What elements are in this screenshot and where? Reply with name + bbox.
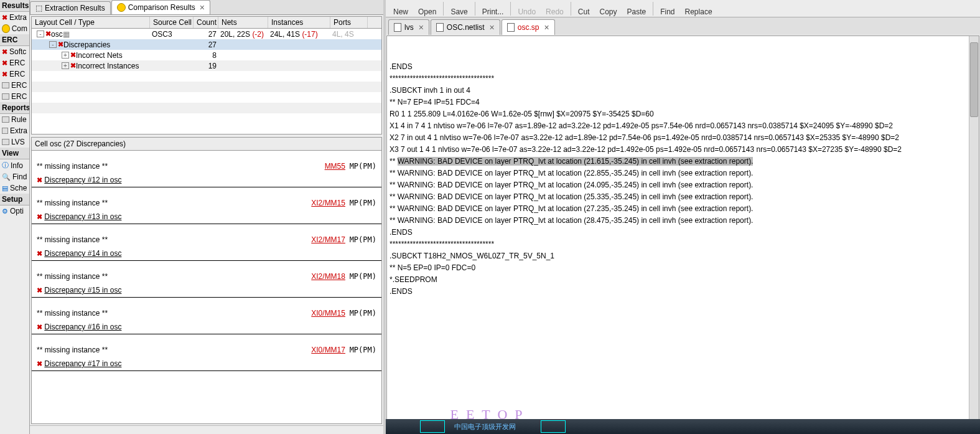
instance-link[interactable]: XI2/MM15 (311, 199, 345, 207)
discrepancy-row[interactable]: ✖ Discrepancy #17 in osc (32, 357, 381, 371)
editor-line[interactable]: X2 7 in out 4 1 nlvtiso w=7e-06 l=7e-07 … (390, 132, 976, 144)
editor-line[interactable]: .SUBCKT invh 1 in out 4 (390, 85, 976, 97)
vertical-scrollbar[interactable] (969, 36, 979, 420)
editor-line[interactable]: ************************************ (390, 238, 976, 250)
tree-column-header[interactable]: Source Cell (150, 17, 194, 28)
nav-item-extra[interactable]: ✖Extra (0, 12, 29, 23)
tree-column-header[interactable]: Nets (218, 17, 268, 28)
new-button[interactable]: New (388, 7, 413, 17)
tree-row[interactable]: +✖ Incorrect Nets8 (32, 50, 381, 60)
tree-cell: 24L, 41S (-17) (268, 29, 330, 39)
editor-line[interactable]: .ENDS (390, 61, 976, 73)
editor-line[interactable]: .ENDS (390, 286, 976, 298)
tree-label: Incorrect Nets (76, 51, 123, 60)
discrepancy-label: Discrepancy #14 in osc (44, 249, 121, 258)
bottom-scrollbar[interactable] (30, 425, 383, 434)
close-icon[interactable]: × (200, 2, 205, 12)
editor-line[interactable]: ** WARNING: BAD DEVICE on layer PTRQ_lvt… (390, 215, 976, 227)
replace-button[interactable]: Replace (680, 7, 717, 17)
nav-item-erc[interactable]: ✖ERC (0, 68, 29, 80)
tab-extraction-results[interactable]: ⬚Extraction Results (30, 1, 111, 14)
close-icon[interactable]: × (544, 22, 549, 32)
nav-item-rule[interactable]: Rule (0, 114, 29, 125)
editor-line[interactable]: X3 7 out 1 4 1 nlvtiso w=7e-06 l=7e-07 a… (390, 144, 976, 156)
toolbar-label: Undo (518, 7, 536, 16)
save-button[interactable]: Save (446, 7, 472, 17)
nav-item-lvs[interactable]: LVS (0, 136, 29, 148)
scroll-thumb[interactable] (970, 42, 978, 117)
taskbar-icon[interactable] (420, 420, 445, 433)
tree-row[interactable]: -✖ osc ▦OSC32720L, 22S (-2)24L, 41S (-17… (32, 29, 381, 39)
editor-tab-osc-sp[interactable]: osc.sp× (502, 19, 555, 35)
tree-column-header[interactable]: Layout Cell / Type (32, 17, 150, 28)
cut-button[interactable]: Cut (573, 7, 595, 17)
discrepancy-row[interactable]: ✖ Discrepancy #13 in osc (32, 210, 381, 224)
toolbar-label: Paste (627, 7, 646, 16)
paste-button[interactable]: Paste (622, 7, 651, 17)
nav-item-erc[interactable]: ERC (0, 80, 29, 91)
tab-comparison-results[interactable]: Comparison Results× (111, 0, 210, 14)
nav-item-find[interactable]: 🔍Find (0, 171, 29, 182)
discrepancy-detail[interactable]: Cell osc (27 Discrepancies) ** missing i… (31, 137, 382, 424)
taskbar-icon[interactable] (541, 420, 566, 433)
expand-icon[interactable]: - (37, 31, 44, 37)
sad-icon (2, 24, 10, 33)
doc-icon (507, 23, 515, 32)
instance-link[interactable]: XI0/MM17 (311, 346, 345, 354)
editor-line[interactable]: X1 4 in 7 4 1 nlvtiso w=7e-06 l=7e-07 as… (390, 120, 976, 132)
detail-header: Cell osc (27 Discrepancies) (32, 138, 381, 151)
tree-column-header[interactable]: Count (194, 17, 218, 28)
editor-line[interactable]: ** N=5 EP=0 IP=0 FDC=0 (390, 262, 976, 274)
expand-icon[interactable]: + (62, 52, 69, 59)
expand-icon[interactable]: - (49, 41, 57, 48)
editor-line[interactable]: *.SEEDPROM (390, 274, 976, 286)
nav-item-com[interactable]: Com (0, 23, 29, 34)
editor-tab-OSC-netlist[interactable]: OSC.netlist× (431, 19, 500, 35)
tree-row[interactable]: -✖ Discrepancies27 (32, 39, 381, 50)
tree-row[interactable]: +✖ Incorrect Instances19 (32, 60, 381, 71)
instance-link[interactable]: MM55 (325, 162, 345, 171)
nav-item-sche[interactable]: ▤Sche (0, 182, 29, 194)
editor-line[interactable]: .ENDS (390, 227, 976, 238)
close-icon[interactable]: × (419, 22, 424, 32)
copy-button[interactable]: Copy (594, 7, 622, 17)
editor-line[interactable]: ** WARNING: BAD DEVICE on layer PTRQ_lvt… (390, 156, 976, 167)
editor-line[interactable]: .SUBCKT T18H2_NMOS_W6L0Z7_TR_5V_5N_1 (390, 250, 976, 262)
discrepancy-row[interactable]: ✖ Discrepancy #16 in osc (32, 320, 381, 334)
editor-line[interactable]: ** WARNING: BAD DEVICE on layer PTRQ_lvt… (390, 203, 976, 215)
discrepancy-row[interactable]: ✖ Discrepancy #15 in osc (32, 283, 381, 298)
nav-item-label: Find (12, 172, 27, 181)
discrepancy-row[interactable]: ✖ Discrepancy #12 in osc (32, 173, 381, 187)
discrepancy-row[interactable]: ✖ Discrepancy #14 in osc (32, 247, 381, 261)
toolbar-separator (510, 2, 511, 16)
editor-line[interactable]: R0 1 1 255.809 L=4.0162e-06 W=1.62e-05 $… (390, 108, 976, 120)
print-button[interactable]: Print... (477, 7, 509, 17)
nav-item-softc[interactable]: ✖Softc (0, 46, 29, 57)
tree-column-header[interactable]: Ports (330, 17, 368, 28)
nav-item-opti[interactable]: ⚙Opti (0, 205, 29, 217)
instance-link[interactable]: XI0/MM15 (311, 309, 345, 318)
editor-line[interactable]: ** WARNING: BAD DEVICE on layer PTRQ_lvt… (390, 191, 976, 203)
nav-item-erc[interactable]: ✖ERC (0, 57, 29, 68)
instance-link[interactable]: XI2/MM17 (311, 235, 345, 244)
find-button[interactable]: Find (655, 7, 679, 17)
nav-item-erc[interactable]: ERC (0, 91, 29, 102)
editor-line[interactable]: ************************************ (390, 73, 976, 85)
editor-textarea[interactable]: .ENDS***********************************… (386, 35, 979, 421)
nav-item-extra[interactable]: Extra (0, 125, 29, 136)
nav-item-label: ERC (9, 59, 25, 67)
close-icon[interactable]: × (490, 22, 495, 32)
tree-column-header[interactable]: Instances (268, 17, 330, 28)
nav-item-info[interactable]: ⓘInfo (0, 159, 29, 171)
editor-line[interactable]: ** WARNING: BAD DEVICE on layer PTRQ_lvt… (390, 167, 976, 179)
expand-icon[interactable]: + (62, 62, 69, 69)
toolbar-label: Cut (578, 7, 590, 16)
editor-line[interactable] (390, 298, 976, 309)
open-button[interactable]: Open (413, 7, 441, 17)
editor-line[interactable]: ** N=7 EP=4 IP=51 FDC=4 (390, 97, 976, 108)
instance-link[interactable]: XI2/MM18 (311, 272, 345, 281)
x-icon: ✖ (2, 70, 7, 78)
editor-tab-lvs[interactable]: lvs× (388, 19, 429, 35)
editor-line[interactable]: ** WARNING: BAD DEVICE on layer PTRQ_lvt… (390, 179, 976, 191)
discrepancy-tree[interactable]: Layout Cell / TypeSource CellCountNetsIn… (31, 16, 382, 134)
